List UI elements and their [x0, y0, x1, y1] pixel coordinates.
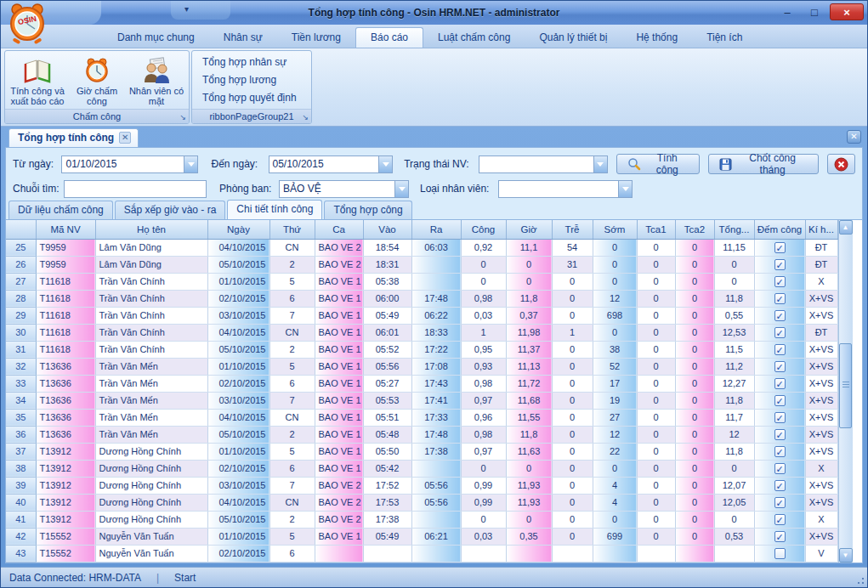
grid-cell[interactable]: 05:56 [411, 477, 461, 494]
grid-cell[interactable]: 05:51 [363, 409, 411, 426]
row-number[interactable]: 38 [6, 460, 36, 477]
attendance-checkbox[interactable]: ✓ [774, 395, 786, 406]
grid-cell[interactable]: ✓ [754, 392, 805, 409]
grid-cell[interactable]: ĐT [805, 256, 837, 273]
grid-cell[interactable]: 0,35 [506, 528, 552, 545]
grid-cell[interactable]: 02/10/2015 [207, 460, 269, 477]
attendance-checkbox[interactable]: ✓ [774, 276, 786, 287]
grid-cell[interactable]: ✓ [754, 375, 805, 392]
table-row[interactable]: 39T13912Dương Hồng Chính03/10/20157BAO V… [6, 477, 837, 494]
ribbon-tab[interactable]: Báo cáo [355, 27, 423, 48]
attendance-checkbox[interactable]: ✓ [774, 429, 786, 440]
grid-cell[interactable]: T13636 [36, 392, 95, 409]
grid-cell[interactable]: ✓ [754, 426, 805, 443]
grid-cell[interactable]: 0 [593, 324, 637, 341]
grid-cell[interactable]: 0 [593, 239, 637, 256]
grid-cell[interactable]: 11,93 [506, 494, 552, 511]
grid-cell[interactable]: 2 [269, 341, 315, 358]
attendance-checkbox[interactable] [774, 548, 786, 559]
grid-cell[interactable]: 0 [552, 528, 593, 545]
tu-ngay-dropdown[interactable]: 01/10/2015 [61, 155, 198, 173]
grid-cell[interactable]: 0 [552, 273, 593, 290]
ribbon-tab[interactable]: Hệ thống [621, 28, 692, 48]
grid-cell[interactable]: 0 [552, 307, 593, 324]
grid-cell[interactable]: 0 [637, 443, 675, 460]
table-row[interactable]: 25T9959Lâm Văn Dũng04/10/2015CNBAO VE 21… [6, 239, 837, 256]
grid-cell[interactable]: 0 [506, 511, 552, 528]
grid-cell[interactable]: 17:52 [363, 477, 411, 494]
grid-cell[interactable]: 0 [506, 460, 552, 477]
phong-ban-dropdown[interactable]: BẢO VỆ [279, 180, 409, 198]
tab-tong-hop-tinh-cong[interactable]: Tổng hợp tính công ✕ [9, 128, 139, 147]
row-number[interactable]: 33 [6, 375, 36, 392]
grid-cell[interactable]: 0 [675, 477, 714, 494]
grid-cell[interactable]: 0 [637, 511, 675, 528]
grid-cell[interactable]: T11618 [36, 324, 95, 341]
grid-cell[interactable]: 6 [269, 545, 315, 562]
grid-cell[interactable]: 05:52 [363, 341, 411, 358]
grid-cell[interactable]: 0,98 [461, 426, 506, 443]
grid-cell[interactable]: T13912 [36, 477, 95, 494]
grid-cell[interactable]: Dương Hồng Chính [95, 443, 207, 460]
row-number[interactable]: 37 [6, 443, 36, 460]
column-header[interactable]: Trễ [552, 220, 593, 239]
grid-cell[interactable]: 2 [269, 426, 315, 443]
grid-cell[interactable]: 06:00 [363, 290, 411, 307]
grid-cell[interactable]: 38 [593, 341, 637, 358]
grid-cell[interactable]: 12,05 [714, 494, 754, 511]
table-row[interactable]: 36T13636Trần Văn Mến05/10/20152BAO VE 10… [6, 426, 837, 443]
grid-cell[interactable]: 0 [637, 239, 675, 256]
grid-cell[interactable]: 0,92 [461, 239, 506, 256]
grid-cell[interactable]: ✓ [754, 511, 805, 528]
grid-cell[interactable]: 0,95 [461, 341, 506, 358]
grid-cell[interactable]: 04/10/2015 [207, 409, 269, 426]
subtab[interactable]: Chi tiết tính công [227, 200, 322, 219]
attendance-checkbox[interactable]: ✓ [774, 259, 786, 270]
column-header[interactable]: Công [461, 220, 506, 239]
grid-cell[interactable]: X+VS [805, 392, 837, 409]
grid-cell[interactable]: T11618 [36, 307, 95, 324]
grid-cell[interactable]: 06:03 [411, 239, 461, 256]
grid-cell[interactable]: 2 [269, 511, 315, 528]
grid-cell[interactable]: 06:22 [411, 307, 461, 324]
column-header[interactable]: Đếm công [754, 220, 805, 239]
grid-cell[interactable]: 0 [637, 273, 675, 290]
grid-cell[interactable]: 0 [675, 290, 714, 307]
grid-cell[interactable]: 11,7 [714, 409, 754, 426]
ribbon-tab[interactable]: Nhân sự [209, 28, 277, 48]
grid-cell[interactable]: 0 [593, 460, 637, 477]
grid-cell[interactable]: ✓ [754, 358, 805, 375]
grid-cell[interactable]: 0,55 [714, 307, 754, 324]
grid-cell[interactable]: X+VS [805, 307, 837, 324]
attendance-checkbox[interactable]: ✓ [774, 378, 786, 389]
column-header[interactable]: Ngày [207, 220, 269, 239]
grid-cell[interactable]: ĐT [805, 239, 837, 256]
grid-cell[interactable] [411, 511, 461, 528]
grid-cell[interactable]: 0 [637, 358, 675, 375]
grid-cell[interactable]: 17:33 [411, 409, 461, 426]
grid-cell[interactable]: 17:48 [411, 290, 461, 307]
grid-cell[interactable]: BAO VE 2 [315, 511, 363, 528]
grid-cell[interactable]: ✓ [754, 443, 805, 460]
attendance-checkbox[interactable]: ✓ [774, 310, 786, 321]
grid-cell[interactable]: T9959 [36, 239, 95, 256]
ribbon-tab[interactable]: Tiện ích [692, 28, 757, 48]
grid-cell[interactable]: T13636 [36, 375, 95, 392]
grid-cell[interactable]: 0 [675, 426, 714, 443]
column-header[interactable]: Ca [315, 220, 363, 239]
grid-cell[interactable]: 0 [675, 494, 714, 511]
grid-cell[interactable]: 5 [269, 528, 315, 545]
grid-cell[interactable]: 0 [714, 460, 754, 477]
grid-cell[interactable] [411, 545, 461, 562]
grid-cell[interactable]: CN [269, 324, 315, 341]
grid-cell[interactable]: 05:38 [363, 273, 411, 290]
grid-cell[interactable]: X+VS [805, 358, 837, 375]
grid-cell[interactable]: 11,8 [714, 392, 754, 409]
grid-cell[interactable]: BAO VE 1 [315, 443, 363, 460]
grid-cell[interactable] [363, 545, 411, 562]
grid-cell[interactable]: Dương Hồng Chính [95, 511, 207, 528]
grid-cell[interactable]: 17:41 [411, 392, 461, 409]
column-header[interactable]: Ra [411, 220, 461, 239]
ribbon-tab[interactable]: Quản lý thiết bị [525, 28, 621, 48]
grid-cell[interactable] [411, 273, 461, 290]
